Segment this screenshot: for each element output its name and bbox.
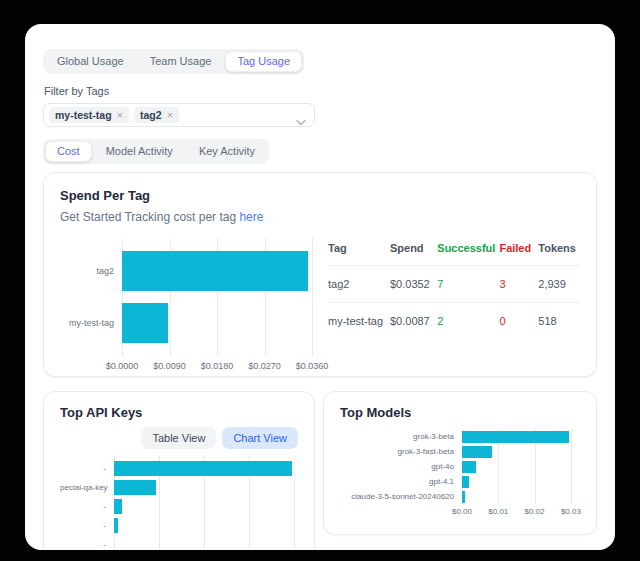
y-axis-label: claude-3-5-sonnet-20240620 bbox=[340, 492, 462, 501]
tab-tag-usage[interactable]: Tag Usage bbox=[225, 51, 302, 72]
y-axis-label: pecial-qa-key bbox=[60, 483, 114, 492]
bar-track bbox=[462, 476, 572, 488]
x-axis-tick: $0.03 bbox=[561, 507, 581, 516]
bar bbox=[462, 446, 492, 458]
remove-tag-icon[interactable]: × bbox=[167, 110, 173, 120]
table-cell: 7 bbox=[437, 266, 499, 303]
bar-track bbox=[122, 303, 312, 343]
chart-row: pecial-qa-key bbox=[60, 478, 298, 497]
top-models-card: Top Models grok-3-betagrok-3-fast-betagp… bbox=[323, 391, 597, 535]
tab-global-usage[interactable]: Global Usage bbox=[45, 51, 136, 72]
table-cell: 518 bbox=[538, 303, 580, 340]
table-row: my-test-tag$0.008720518 bbox=[328, 303, 580, 340]
tag-chip-label: tag2 bbox=[140, 109, 162, 121]
table-cell: $0.0352 bbox=[390, 266, 437, 303]
chart-row: tag2 bbox=[60, 245, 318, 297]
y-axis-label: gpt-4.1 bbox=[340, 477, 462, 486]
bar bbox=[462, 476, 469, 488]
table-view-button[interactable]: Table View bbox=[141, 427, 216, 449]
y-axis-label: gpt-4o bbox=[340, 462, 462, 471]
bar bbox=[114, 461, 292, 476]
column-header-tokens: Tokens bbox=[538, 236, 580, 266]
bar-track bbox=[122, 251, 312, 291]
tab-team-usage[interactable]: Team Usage bbox=[138, 51, 224, 72]
bar bbox=[462, 461, 476, 473]
chart-row: my-test-tag bbox=[60, 297, 318, 349]
filter-by-tags-label: Filter by Tags bbox=[44, 85, 597, 97]
chevron-down-icon bbox=[296, 112, 306, 130]
subtitle-text: Get Started Tracking cost per tag bbox=[60, 210, 236, 224]
tag-chip-my-test-tag[interactable]: my-test-tag× bbox=[49, 107, 129, 123]
top-api-keys-card: Top API Keys Table ViewChart View -pecia… bbox=[43, 391, 315, 550]
chart-row: - bbox=[60, 497, 298, 516]
x-axis-tick: $0.0180 bbox=[201, 361, 234, 371]
table-cell: 2 bbox=[437, 303, 499, 340]
top-api-keys-title: Top API Keys bbox=[60, 405, 298, 420]
bar-track bbox=[114, 499, 294, 514]
spend-table: TagSpendSuccessfulFailedTokenstag2$0.035… bbox=[328, 236, 580, 339]
spend-per-tag-chart: tag2my-test-tag $0.0000$0.0090$0.0180$0.… bbox=[60, 238, 318, 373]
bar bbox=[462, 491, 465, 503]
chart-row: claude-3-5-sonnet-20240620 bbox=[340, 489, 580, 504]
chart-row: - bbox=[60, 535, 298, 550]
x-axis-tick: $0.01 bbox=[488, 507, 508, 516]
spend-card-title: Spend Per Tag bbox=[60, 188, 580, 203]
bar bbox=[462, 431, 569, 443]
y-axis-label: tag2 bbox=[60, 266, 122, 276]
tab-key-activity[interactable]: Key Activity bbox=[187, 141, 267, 162]
bar bbox=[114, 499, 122, 514]
top-models-chart: grok-3-betagrok-3-fast-betagpt-4ogpt-4.1… bbox=[340, 429, 580, 519]
tab-model-activity[interactable]: Model Activity bbox=[94, 141, 185, 162]
y-axis-label: grok-3-beta bbox=[340, 432, 462, 441]
y-axis-label: - bbox=[60, 464, 114, 473]
chart-row: gpt-4.1 bbox=[340, 474, 580, 489]
chart-row: - bbox=[60, 516, 298, 535]
remove-tag-icon[interactable]: × bbox=[117, 110, 123, 120]
x-axis-tick: $0.00 bbox=[452, 507, 472, 516]
table-cell: 3 bbox=[499, 266, 538, 303]
y-axis-label: my-test-tag bbox=[60, 318, 122, 328]
tag-chip-label: my-test-tag bbox=[55, 109, 112, 121]
top-api-keys-chart: -pecial-qa-key--- bbox=[60, 456, 298, 550]
spend-per-tag-card: Spend Per Tag Get Started Tracking cost … bbox=[43, 172, 597, 377]
y-axis-label: - bbox=[60, 502, 114, 511]
bar bbox=[122, 303, 168, 343]
bar bbox=[122, 251, 308, 291]
bar-track bbox=[462, 431, 572, 443]
tag-filter-select[interactable]: my-test-tag×tag2× bbox=[43, 103, 315, 127]
bar-track bbox=[114, 518, 294, 533]
bar-track bbox=[462, 491, 572, 503]
here-link[interactable]: here bbox=[239, 210, 263, 224]
table-row: tag2$0.0352732,939 bbox=[328, 266, 580, 303]
bar bbox=[114, 480, 156, 495]
column-header-tag: Tag bbox=[328, 236, 390, 266]
bottom-cards-row: Top API Keys Table ViewChart View -pecia… bbox=[43, 391, 597, 550]
bar-track bbox=[462, 461, 572, 473]
x-axis-tick: $0.0360 bbox=[296, 361, 329, 371]
top-models-title: Top Models bbox=[340, 405, 580, 420]
y-axis-label: - bbox=[60, 540, 114, 549]
table-cell: 0 bbox=[499, 303, 538, 340]
spend-card-subtitle: Get Started Tracking cost per tag here bbox=[60, 210, 580, 224]
tag-chip-tag2[interactable]: tag2× bbox=[134, 107, 179, 123]
chart-row: - bbox=[60, 459, 298, 478]
x-axis-tick: $0.0000 bbox=[106, 361, 139, 371]
x-axis-tick: $0.0270 bbox=[248, 361, 281, 371]
chart-row: gpt-4o bbox=[340, 459, 580, 474]
x-axis-tick: $0.02 bbox=[525, 507, 545, 516]
cost-tabbar: CostModel ActivityKey Activity bbox=[43, 139, 269, 164]
table-cell: 2,939 bbox=[538, 266, 580, 303]
chart-row: grok-3-beta bbox=[340, 429, 580, 444]
bar-track bbox=[114, 461, 294, 476]
column-header-spend: Spend bbox=[390, 236, 437, 266]
table-cell: $0.0087 bbox=[390, 303, 437, 340]
x-axis-tick: $0.0090 bbox=[153, 361, 186, 371]
chart-view-button[interactable]: Chart View bbox=[222, 427, 298, 449]
tab-cost[interactable]: Cost bbox=[45, 141, 92, 162]
table-cell: my-test-tag bbox=[328, 303, 390, 340]
chart-row: grok-3-fast-beta bbox=[340, 444, 580, 459]
table-cell: tag2 bbox=[328, 266, 390, 303]
y-axis-label: grok-3-fast-beta bbox=[340, 447, 462, 456]
bar-track bbox=[114, 480, 294, 495]
bar-track bbox=[462, 446, 572, 458]
